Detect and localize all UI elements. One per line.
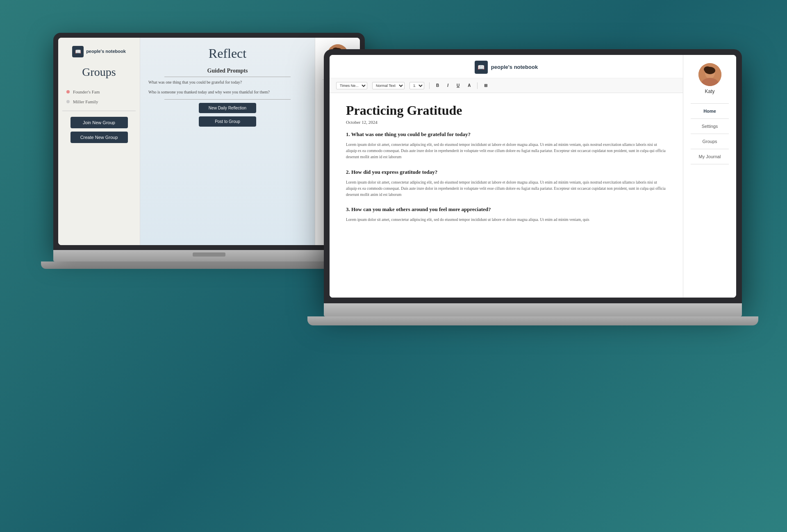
back-laptop-screen: 📖 people's notebook Groups Founder's Fam… [53,33,365,250]
back-guided-title: Guided Prompts [148,68,307,74]
front-nav-groups[interactable]: Groups [687,136,732,146]
front-logo-bar: 📖 people's notebook [330,55,683,78]
back-reflect-divider [164,99,291,100]
front-nav-divider-top [691,103,729,104]
front-nav-home[interactable]: Home [687,106,732,116]
front-avatar [698,63,721,86]
back-reflect-area: Reflect Guided Prompts What was one thin… [140,38,315,245]
back-group-name-miller: Miller Family [73,99,98,104]
create-new-group-button[interactable]: Create New Group [71,132,128,143]
insert-button[interactable]: ⊞ [482,82,489,89]
bold-button[interactable]: B [434,82,441,89]
back-app: 📖 people's notebook Groups Founder's Fam… [58,38,360,245]
back-main: Reflect Guided Prompts What was one thin… [140,38,315,245]
post-to-group-button[interactable]: Post to Group [199,116,256,127]
front-doc-body-1: Lorem ipsum dolor sit amet, consectetur … [346,142,666,161]
font-select[interactable]: Times Ne... [336,82,367,89]
front-laptop-screen-inner: 📖 people's notebook Times Ne... Normal T… [330,55,736,298]
back-groups-title: Groups [82,66,116,79]
back-laptop-base [53,250,365,261]
front-nav-journal[interactable]: My Journal [687,152,732,161]
svg-point-9 [704,66,711,72]
front-nav-divider-4 [691,164,729,164]
back-group-dot-founders [66,90,70,93]
italic-button[interactable]: I [446,82,450,89]
back-logo-icon: 📖 [72,46,84,57]
front-doc-question-2: 2. How did you express gratitude today? [346,169,666,175]
front-logo-text: people's notebook [491,64,538,70]
front-document: Practicing Gratitude October 12, 2024 1.… [330,93,683,298]
front-right-panel: Katy Home Settings Groups My Journal [683,55,736,298]
front-laptop: 📖 people's notebook Times Ne... Normal T… [324,49,754,418]
back-prompt-1: What was one thing that you could be gra… [148,80,307,85]
front-logo-icon: 📖 [475,61,488,74]
underline-button[interactable]: U [455,82,461,89]
front-doc-date: October 12, 2024 [346,120,666,125]
front-toolbar: Times Ne... Normal Text 12 B I U A ⊞ [330,78,683,93]
back-sidebar: 📖 people's notebook Groups Founder's Fam… [58,38,140,245]
back-logo: 📖 people's notebook [72,46,126,57]
front-doc-question-3: 3. How can you make others around you fe… [346,206,666,213]
front-user-name: Katy [705,89,714,94]
front-laptop-bottom [307,316,758,325]
back-logo-text: people's notebook [86,49,126,54]
front-doc-body-3: Lorem ipsum dolor sit amet, consectetur … [346,217,666,223]
back-sidebar-divider [62,111,136,111]
join-new-group-button[interactable]: Join New Group [71,117,128,128]
front-nav-settings[interactable]: Settings [687,121,732,131]
front-doc-title: Practicing Gratitude [346,103,666,118]
back-guided-divider [164,77,291,77]
back-prompt-2: Who is someone you thanked today and why… [148,89,307,95]
front-nav-divider-2 [691,134,729,134]
front-main-content: 📖 people's notebook Times Ne... Normal T… [330,55,683,298]
back-group-item-founders: Founder's Fam [62,87,136,97]
back-group-name-founders: Founder's Fam [73,89,100,94]
front-laptop-screen: 📖 people's notebook Times Ne... Normal T… [324,49,742,303]
front-doc-question-1: 1. What was one thing you could be grate… [346,131,666,138]
front-laptop-base [324,303,742,316]
back-laptop-screen-inner: 📖 people's notebook Groups Founder's Fam… [58,38,360,245]
new-daily-reflection-button[interactable]: New Daily Reflection [199,103,256,113]
back-group-item-miller: Miller Family [62,97,136,107]
back-group-dot-miller [66,100,70,103]
size-select[interactable]: 12 [409,82,424,89]
style-select[interactable]: Normal Text [372,82,405,89]
toolbar-divider-1 [429,82,430,89]
front-nav-divider-1 [691,118,729,119]
front-nav-divider-3 [691,149,729,149]
font-color-button[interactable]: A [466,82,472,89]
back-reflect-title: Reflect [148,46,307,61]
toolbar-divider-2 [477,82,478,89]
front-doc-body-2: Lorem ipsum dolor sit amet, consectetur … [346,180,666,198]
